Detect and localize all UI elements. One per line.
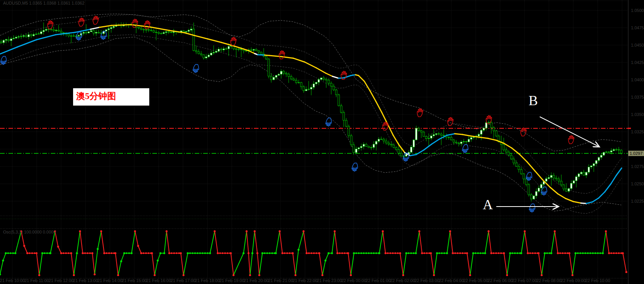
indicator-name-label: Osc(5,3,3) 100.0000 0.0000 (3, 230, 56, 234)
mt4-chart-window[interactable]: AUDUSD,M5 1.0365 1.0368 1.0361 1.0362 澳5… (0, 0, 644, 284)
price-axis-label: 1.0225 (631, 199, 644, 203)
sell-hand-icon (417, 108, 423, 117)
ma-layer (0, 25, 622, 203)
grid-layer (0, 0, 628, 284)
time-axis-label: 22 Feb 10:00 (585, 278, 610, 283)
time-axis-label: 21 Feb 16:00 (146, 278, 171, 283)
time-axis-label: 21 Feb 18:00 (195, 278, 220, 283)
time-axis-label: 21 Feb 23:00 (317, 278, 342, 283)
chart-canvas[interactable] (0, 0, 644, 284)
time-axis-label: 21 Feb 11:00 (24, 278, 49, 283)
time-axis-label: 22 Feb 01:00 (366, 278, 391, 283)
time-axis-label: 21 Feb 19:00 (219, 278, 244, 283)
time-axis-label: 22 Feb 04:00 (439, 278, 464, 283)
buy-hand-icon (529, 204, 535, 212)
time-axis-label: 21 Feb 15:00 (122, 278, 147, 283)
sell-hand-icon (144, 20, 150, 29)
buy-hand-icon (193, 64, 199, 73)
time-axis-label: 22 Feb 06:00 (488, 278, 513, 283)
time-axis-label: 21 Feb 17:00 (170, 278, 195, 283)
price-axis-label: 1.0475 (631, 25, 644, 30)
level-lines-layer (0, 128, 631, 153)
price-axis-label: 1.0250 (631, 181, 644, 186)
price-axis-label: 1.0275 (631, 164, 644, 169)
current-price-tag: 1.0297 (628, 151, 644, 156)
sell-hand-icon (521, 128, 526, 136)
time-axis-label: 22 Feb 08:00 (536, 278, 561, 283)
signals-layer (0, 16, 574, 212)
sell-hand-icon (47, 20, 53, 29)
price-axis-label: 1.0500 (631, 8, 644, 13)
time-axis-label: 22 Feb 02:00 (390, 278, 415, 283)
period-label-text: 澳5分钟图 (73, 88, 149, 102)
time-axis-label: 22 Feb 07:00 (512, 278, 537, 283)
period-label-box[interactable]: 澳5分钟图 (73, 88, 149, 106)
bollinger-bands-layer (0, 14, 622, 213)
time-axis-label: 22 Feb 03:00 (414, 278, 439, 283)
time-axis-label: 22 Feb 09:00 (561, 278, 586, 283)
price-axis-label: 1.0400 (631, 77, 644, 82)
time-axis-label: 22 Feb 00:00 (341, 278, 366, 283)
annotation-letter-b[interactable]: B (529, 92, 538, 109)
price-axis-label: 1.0425 (631, 60, 644, 65)
price-axis-label: 1.0350 (631, 112, 644, 117)
sell-hand-icon (78, 18, 84, 26)
time-axis-label: 21 Feb 13:00 (73, 278, 98, 283)
chart-title-overlay: AUDUSD,M5 1.0365 1.0368 1.0361 1.0362 (3, 1, 85, 5)
buy-hand-icon (352, 163, 358, 171)
annotation-arrows[interactable] (496, 117, 599, 207)
price-axis-label: 1.0450 (631, 43, 644, 47)
buy-hand-icon (325, 118, 332, 126)
sell-hand-icon (447, 117, 453, 126)
buy-hand-icon (526, 172, 532, 181)
time-axis-label: 22 Feb 05:00 (463, 278, 488, 283)
time-axis-label: 21 Feb 12:00 (48, 278, 73, 283)
buy-hand-icon (462, 145, 468, 153)
price-axis-label: 1.0325 (631, 129, 644, 134)
price-axis-label: 1.0375 (631, 95, 644, 99)
sell-hand-icon (382, 122, 388, 130)
time-axis-label: 21 Feb 22:00 (292, 278, 317, 283)
annotation-letter-a[interactable]: A (483, 197, 493, 213)
sell-hand-icon (230, 37, 236, 45)
time-axis-label: 21 Feb 21:00 (268, 278, 293, 283)
sell-hand-icon (93, 16, 98, 24)
time-axis-label: 21 Feb 10:00 (0, 278, 25, 283)
time-axis-label: 21 Feb 14:00 (97, 278, 122, 283)
time-axis-label: 21 Feb 20:00 (244, 278, 269, 283)
candles-layer (0, 22, 622, 202)
sell-hand-icon (279, 50, 285, 59)
